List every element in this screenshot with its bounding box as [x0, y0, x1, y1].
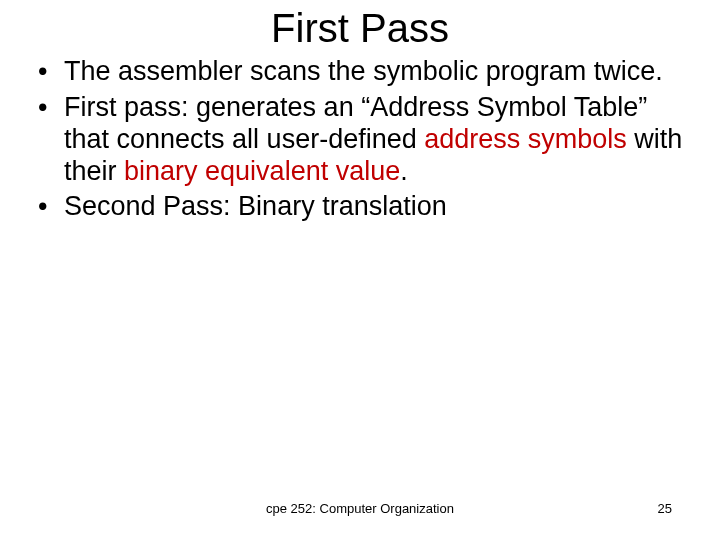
bullet-2-text-part3: . [400, 156, 408, 186]
bullet-item-2: First pass: generates an “Address Symbol… [34, 92, 694, 188]
slide-body: The assembler scans the symbolic program… [34, 56, 694, 227]
footer-page-number: 25 [658, 501, 672, 516]
bullet-2-highlight-1: address symbols [424, 124, 627, 154]
bullet-item-1: The assembler scans the symbolic program… [34, 56, 694, 88]
slide: First Pass The assembler scans the symbo… [0, 0, 720, 540]
footer-course: cpe 252: Computer Organization [0, 501, 720, 516]
bullet-list: The assembler scans the symbolic program… [34, 56, 694, 223]
slide-title: First Pass [0, 6, 720, 51]
bullet-1-text: The assembler scans the symbolic program… [64, 56, 663, 86]
bullet-item-3: Second Pass: Binary translation [34, 191, 694, 223]
bullet-2-highlight-2: binary equivalent value [124, 156, 400, 186]
bullet-3-text: Second Pass: Binary translation [64, 191, 447, 221]
